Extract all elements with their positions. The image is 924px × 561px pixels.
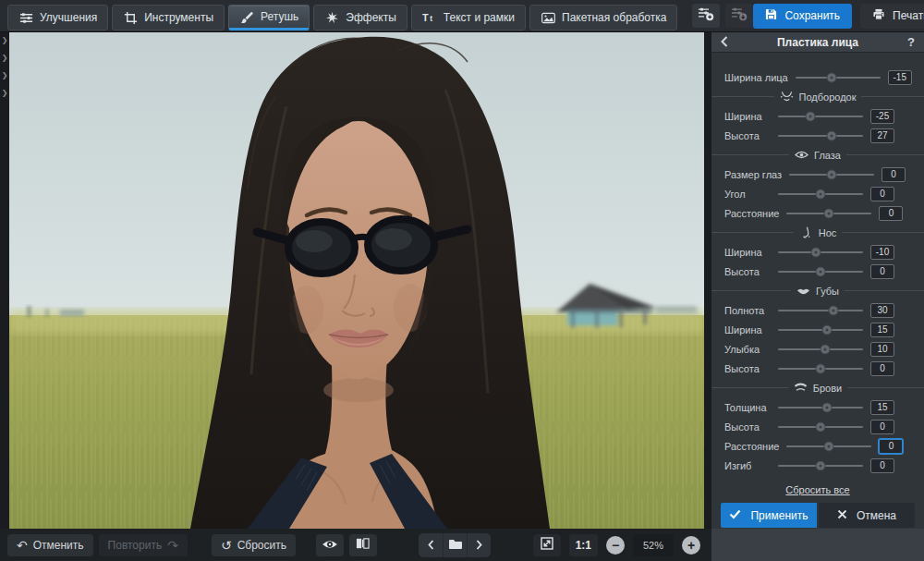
tab-batch[interactable]: Пакетная обработка bbox=[529, 5, 677, 30]
nose-height-value-input[interactable]: 0 bbox=[870, 264, 894, 279]
slider-label: Расстояние bbox=[724, 441, 779, 452]
slider-handle[interactable] bbox=[816, 189, 826, 199]
brow-distance-slider[interactable] bbox=[786, 440, 871, 453]
nose-width-slider[interactable] bbox=[778, 246, 863, 259]
chin-height-slider[interactable] bbox=[778, 129, 863, 142]
reset-all-link[interactable]: Сбросить все bbox=[711, 484, 924, 495]
slider-row-lips-fullness: Полнота30 bbox=[711, 300, 924, 320]
print-button[interactable]: Печать bbox=[860, 4, 924, 29]
eye-distance-slider[interactable] bbox=[786, 207, 871, 220]
panel-header: Пластика лица ? bbox=[711, 32, 924, 53]
tab-text-frames[interactable]: TtТекст и рамки bbox=[411, 5, 526, 30]
tab-tools[interactable]: Инструменты bbox=[112, 5, 225, 30]
brow-distance-value-input[interactable]: 0 bbox=[879, 439, 903, 454]
section-header-nose: Нос bbox=[711, 225, 924, 240]
slider-handle[interactable] bbox=[821, 402, 832, 412]
eye-size-value-input[interactable]: 0 bbox=[881, 167, 906, 182]
lips-height-slider[interactable] bbox=[778, 362, 863, 375]
lips-height-value-input[interactable]: 0 bbox=[870, 361, 894, 376]
tab-effects[interactable]: Эффекты bbox=[313, 5, 407, 30]
slider-row-brow-thickness: Толщина15 bbox=[711, 397, 924, 417]
slider-handle[interactable] bbox=[827, 169, 837, 179]
zoom-in-button[interactable]: + bbox=[682, 536, 700, 555]
eye-distance-value-input[interactable]: 0 bbox=[879, 206, 903, 221]
zoom-out-button[interactable]: − bbox=[606, 536, 625, 555]
apply-button[interactable]: Применить bbox=[721, 503, 817, 528]
fit-to-screen-button[interactable] bbox=[533, 534, 561, 556]
svg-text:t: t bbox=[431, 14, 433, 23]
brow-curve-value-input[interactable]: 0 bbox=[870, 458, 894, 473]
slider-handle[interactable] bbox=[821, 324, 832, 335]
expand-chevron-icon[interactable]: ❯ bbox=[2, 72, 8, 79]
slider-label: Полнота bbox=[724, 305, 771, 316]
lips-smile-value-input[interactable]: 10 bbox=[870, 342, 894, 357]
face-width-value-input[interactable]: -15 bbox=[888, 70, 912, 85]
brush-icon bbox=[239, 9, 254, 24]
nose-width-value-input[interactable]: -10 bbox=[870, 245, 894, 260]
chin-width-value-input[interactable]: -25 bbox=[870, 109, 894, 124]
previous-image-button[interactable] bbox=[419, 533, 443, 557]
slider-handle[interactable] bbox=[824, 208, 834, 218]
lips-fullness-value-input[interactable]: 30 bbox=[870, 303, 894, 318]
next-image-button[interactable] bbox=[467, 533, 491, 557]
eye-angle-slider[interactable] bbox=[778, 188, 863, 201]
back-button[interactable] bbox=[721, 34, 734, 51]
before-after-button[interactable] bbox=[349, 534, 377, 556]
slider-handle[interactable] bbox=[816, 460, 826, 470]
help-button[interactable]: ? bbox=[902, 35, 915, 49]
eye-size-slider[interactable] bbox=[789, 168, 874, 181]
panel-actions: Применить Отмена bbox=[721, 503, 915, 528]
nose-height-slider[interactable] bbox=[778, 265, 863, 278]
reset-icon: ↺ bbox=[221, 539, 232, 552]
lips-fullness-slider[interactable] bbox=[778, 304, 863, 317]
face-width-slider[interactable] bbox=[796, 71, 881, 84]
slider-label: Высота bbox=[724, 130, 771, 141]
brow-curve-slider[interactable] bbox=[778, 459, 863, 472]
slider-row-eye-angle: Угол0 bbox=[711, 184, 924, 203]
eye-icon bbox=[795, 149, 808, 161]
chin-height-value-input[interactable]: 27 bbox=[870, 128, 894, 143]
expand-chevron-icon[interactable]: ❯ bbox=[2, 37, 8, 44]
slider-row-nose-width: Ширина-10 bbox=[711, 242, 924, 262]
actual-size-button[interactable]: 1:1 bbox=[569, 534, 598, 556]
slider-handle[interactable] bbox=[827, 130, 837, 140]
tab-label: Эффекты bbox=[346, 11, 396, 24]
tab-retouch[interactable]: Ретушь bbox=[228, 5, 310, 30]
slider-handle[interactable] bbox=[816, 266, 826, 276]
sidebar-footer bbox=[711, 529, 924, 561]
add-preset-button[interactable] bbox=[692, 4, 720, 28]
expand-chevron-icon[interactable]: ❯ bbox=[2, 55, 8, 62]
reset-button[interactable]: ↺ Сбросить bbox=[212, 534, 296, 556]
slider-handle[interactable] bbox=[828, 305, 838, 315]
brow-thickness-value-input[interactable]: 15 bbox=[870, 400, 894, 415]
slider-handle[interactable] bbox=[816, 363, 826, 373]
lips-width-value-input[interactable]: 15 bbox=[870, 323, 894, 337]
slider-handle[interactable] bbox=[820, 344, 830, 354]
show-original-button[interactable] bbox=[316, 534, 344, 556]
brow-thickness-slider[interactable] bbox=[778, 401, 863, 414]
slider-handle[interactable] bbox=[816, 421, 826, 432]
chin-width-slider[interactable] bbox=[778, 110, 863, 123]
slider-row-brow-curve: Изгиб0 bbox=[711, 456, 924, 475]
slider-handle[interactable] bbox=[826, 72, 836, 82]
cancel-button[interactable]: Отмена bbox=[819, 503, 915, 528]
lips-width-slider[interactable] bbox=[778, 323, 863, 336]
undo-button[interactable]: ↶ Отменить bbox=[7, 534, 93, 556]
slider-handle[interactable] bbox=[824, 441, 834, 451]
expand-chevron-icon[interactable]: ❯ bbox=[2, 90, 8, 97]
slider-handle[interactable] bbox=[811, 247, 821, 257]
tab-enhancements[interactable]: Улучшения bbox=[7, 5, 108, 30]
preset-buttons bbox=[692, 4, 753, 28]
save-button[interactable]: Сохранить bbox=[753, 4, 852, 29]
brow-height-value-input[interactable]: 0 bbox=[870, 420, 894, 434]
photo-canvas[interactable] bbox=[9, 32, 704, 529]
magic-wand-icon bbox=[324, 10, 339, 25]
save-label: Сохранить bbox=[784, 9, 840, 22]
brow-height-slider[interactable] bbox=[778, 421, 863, 433]
panel-title: Пластика лица bbox=[734, 36, 902, 49]
slider-handle[interactable] bbox=[805, 111, 815, 121]
eye-angle-value-input[interactable]: 0 bbox=[870, 187, 894, 201]
open-folder-button[interactable] bbox=[443, 533, 467, 557]
slider-label: Толщина bbox=[724, 402, 771, 413]
lips-smile-slider[interactable] bbox=[778, 343, 863, 356]
